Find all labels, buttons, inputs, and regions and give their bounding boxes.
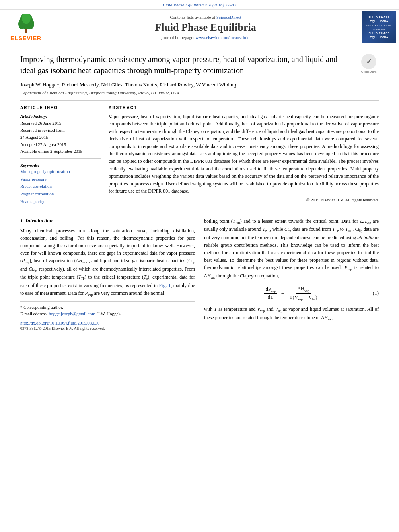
article-info-column: ARTICLE INFO Article history: Received 2… xyxy=(20,105,101,205)
section-title-text: Introduction xyxy=(25,218,53,224)
equation-rhs: ΔHvap T(Vvap − Vliq) xyxy=(288,286,319,301)
section-num: 1. xyxy=(20,218,24,224)
keyword-1: Multi-property optimization xyxy=(20,168,101,175)
keyword-5: Heat capacity xyxy=(20,198,101,205)
history-label: Article history: xyxy=(20,113,101,120)
info-abstract-section: ARTICLE INFO Article history: Received 2… xyxy=(20,105,379,205)
elsevier-logo-area: ELSEVIER xyxy=(0,10,52,45)
issn-text: 0378-3812/© 2015 Elsevier B.V. All right… xyxy=(20,326,195,331)
equation-1: dPvap dT = ΔHvap T(Vvap − Vliq) (1) xyxy=(204,286,379,301)
equation-content: dPvap dT = ΔHvap T(Vvap − Vliq) xyxy=(264,286,318,301)
keywords-block: Keywords: Multi-property optimization Va… xyxy=(20,163,101,205)
body-right-col: boiling point (TNB) and to a lesser exte… xyxy=(204,218,379,331)
equation-number: (1) xyxy=(373,290,379,296)
available-date: Available online 2 September 2015 xyxy=(20,148,101,155)
revised-date: 24 August 2015 xyxy=(20,134,101,141)
keyword-2: Vapor pressure xyxy=(20,175,101,183)
elsevier-logo: ELSEVIER xyxy=(10,14,41,41)
journal-cover-area: FLUID PHASEEQUILIBRIAAN INTERNATIONALJOU… xyxy=(359,10,399,45)
keywords-label: Keywords: xyxy=(20,163,101,168)
journal-header: ELSEVIER Contents lists available at Sci… xyxy=(0,9,399,45)
intro-paragraph-1: Many chemical processes run along the sa… xyxy=(20,227,195,298)
journal-homepage: journal homepage: www.elsevier.com/locat… xyxy=(161,35,249,40)
journal-citation: Fluid Phase Equilibria 418 (2016) 37–43 xyxy=(0,0,399,9)
divider-1 xyxy=(20,100,379,101)
main-content: Improving thermodynamic consistency amon… xyxy=(0,45,399,339)
corresponding-note: * Corresponding author. xyxy=(20,304,195,311)
intro-heading: 1. Introduction xyxy=(20,218,195,224)
divider-info xyxy=(20,158,101,159)
abstract-heading: ABSTRACT xyxy=(109,105,379,110)
body-left-col: 1. Introduction Many chemical processes … xyxy=(20,218,195,331)
abstract-text: Vapor pressure, heat of vaporization, li… xyxy=(109,113,379,195)
journal-cover-image: FLUID PHASEEQUILIBRIAAN INTERNATIONALJOU… xyxy=(362,11,396,43)
article-title: Improving thermodynamic consistency amon… xyxy=(20,53,351,76)
journal-ref-top: Fluid Phase Equilibria 418 (2016) 37–43 xyxy=(0,0,399,9)
equation-equals: = xyxy=(281,290,284,296)
copyright: © 2015 Elsevier B.V. All rights reserved… xyxy=(109,197,379,202)
article-history: Article history: Received 26 June 2015 R… xyxy=(20,113,101,156)
email-link[interactable]: hogge.joseph@gmail.com xyxy=(49,311,95,316)
doi-link[interactable]: http://dx.doi.org/10.1016/j.fluid.2015.0… xyxy=(20,320,100,325)
keyword-3: Riedel correlation xyxy=(20,183,101,190)
tree-icon xyxy=(14,14,38,34)
abstract-column: ABSTRACT Vapor pressure, heat of vaporiz… xyxy=(109,105,379,205)
keyword-4: Wagner correlation xyxy=(20,190,101,198)
email-note: E-mail address: hogge.joseph@gmail.com (… xyxy=(20,310,195,317)
affiliation: Department of Chemical Engineering, Brig… xyxy=(20,90,379,95)
crossmark-badge[interactable]: ✓ CrossMark xyxy=(359,53,379,74)
science-direct-link[interactable]: ScienceDirect xyxy=(216,15,241,20)
footnote-section: * Corresponding author. E-mail address: … xyxy=(20,301,195,331)
journal-title-area: Contents lists available at ScienceDirec… xyxy=(52,10,359,45)
equation-lhs: dPvap dT xyxy=(264,286,277,301)
homepage-link[interactable]: www.elsevier.com/locate/fluid xyxy=(195,35,249,40)
journal-name: Fluid Phase Equilibria xyxy=(155,21,256,33)
revised-label: Received in revised form xyxy=(20,127,101,134)
article-info-heading: ARTICLE INFO xyxy=(20,105,101,110)
crossmark-icon: ✓ xyxy=(361,54,376,69)
accepted-date: Accepted 27 August 2015 xyxy=(20,141,101,148)
after-equation-text: with T as temperature and Vvap and Vliq … xyxy=(204,306,379,322)
received-date: Received 26 June 2015 xyxy=(20,120,101,127)
intro-paragraph-2: boiling point (TNB) and to a lesser exte… xyxy=(204,218,379,281)
authors: Joseph W. Hogge*, Richard Messerly, Neil… xyxy=(20,81,379,89)
science-direct-line: Contents lists available at ScienceDirec… xyxy=(170,15,241,20)
elsevier-wordmark: ELSEVIER xyxy=(10,35,41,41)
body-content: 1. Introduction Many chemical processes … xyxy=(20,218,379,331)
crossmark-label: CrossMark xyxy=(361,70,377,74)
